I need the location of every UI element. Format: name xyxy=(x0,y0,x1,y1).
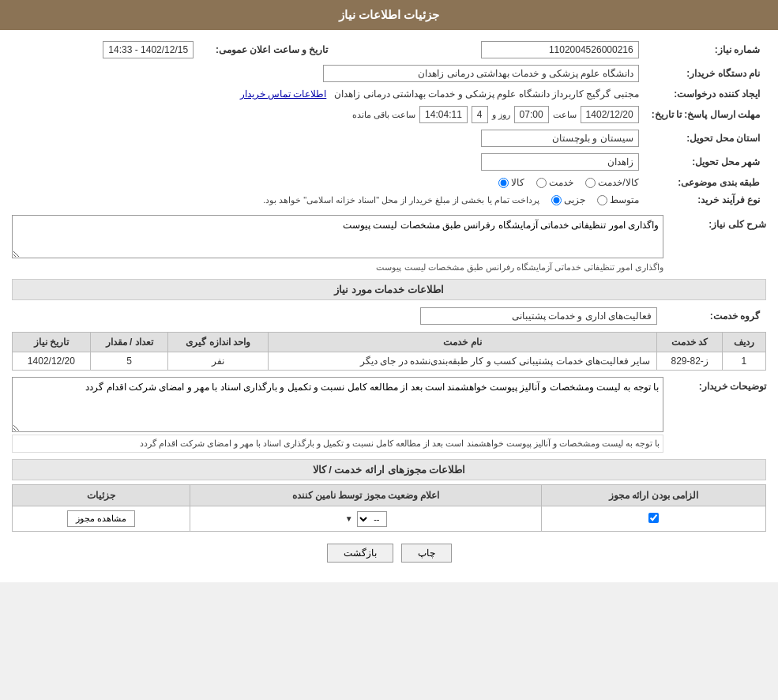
print-button[interactable]: چاپ xyxy=(401,544,452,563)
purchase-type-value: متوسط جزیی پرداخت تمام یا بخشی از مبلغ خ… xyxy=(12,191,645,209)
creator-link[interactable]: اطلاعات تماس خریدار xyxy=(240,88,327,100)
creator-label: ایجاد کننده درخواست: xyxy=(645,85,766,103)
deadline-row: مهلت ارسال پاسخ: تا تاریخ: 1402/12/20 سا… xyxy=(12,103,766,126)
category-kala: کالا xyxy=(498,177,524,188)
creator-row: ایجاد کننده درخواست: مجتبی گرگیج کاربردا… xyxy=(12,85,766,103)
city-value: زاهدان xyxy=(12,150,645,174)
permissions-row: -- ▼ مشاهده مجوز xyxy=(13,506,766,532)
category-kala-radio[interactable] xyxy=(498,178,509,188)
perm-col2: اعلام وضعیت مجوز توسط نامین کننده xyxy=(190,485,542,506)
deadline-days-box: 4 xyxy=(472,106,488,123)
service-date: 1402/12/20 xyxy=(13,352,91,371)
need-number-label: شماره نیاز: xyxy=(645,38,766,62)
general-desc-content: <span data-bind="values.general_desc_tex… xyxy=(12,215,663,273)
col-code: کد خدمت xyxy=(657,333,723,352)
services-header-row: ردیف کد خدمت نام خدمت واحد اندازه گیری ت… xyxy=(13,333,766,352)
page-header: جزئیات اطلاعات نیاز xyxy=(0,0,778,30)
mottavaset-label: متوسط xyxy=(610,194,639,205)
deadline-remaining-box: 14:04:11 xyxy=(419,106,468,123)
service-group-box: فعالیت‌های اداری و خدمات پشتیبانی xyxy=(420,307,657,325)
quantity: 5 xyxy=(90,352,168,371)
permit-status-select[interactable]: -- xyxy=(357,511,387,527)
general-desc-textarea[interactable]: <span data-bind="values.general_desc_tex… xyxy=(12,215,663,258)
mandatory-checkbox[interactable] xyxy=(648,513,659,523)
category-kala-khadamat-radio[interactable] xyxy=(585,178,596,188)
page-container: جزئیات اطلاعات نیاز شماره نیاز: 11020045… xyxy=(0,0,778,582)
info-table: شماره نیاز: 1102004526000216 تاریخ و ساع… xyxy=(12,38,766,209)
permissions-table-body: -- ▼ مشاهده مجوز xyxy=(13,506,766,532)
buyer-org-value: دانشگاه علوم پزشکی و خدمات بهداشتی درمان… xyxy=(12,62,645,85)
purchase-type-row: نوع فرآیند خرید: متوسط جزیی پرداخت تمام … xyxy=(12,191,766,209)
service-group-value: فعالیت‌های اداری و خدمات پشتیبانی xyxy=(12,304,663,328)
purchase-jozi: جزیی xyxy=(551,194,585,205)
buyer-org-row: نام دستگاه خریدار: دانشگاه علوم پزشکی و … xyxy=(12,62,766,85)
main-content: شماره نیاز: 1102004526000216 تاریخ و ساع… xyxy=(0,30,778,582)
footer-buttons: چاپ بازگشت xyxy=(12,532,766,574)
col-name: نام خدمت xyxy=(268,333,657,352)
service-name: سایر فعالیت‌های خدمات پشتیبانی کسب و کار… xyxy=(268,352,657,371)
general-desc-text-display: واگذاری امور تنظیفاتی خدماتی آزمایشگاه ر… xyxy=(12,261,663,273)
province-box: سیستان و بلوچستان xyxy=(481,130,639,147)
purchase-type-label: نوع فرآیند خرید: xyxy=(645,191,766,209)
creator-value: مجتبی گرگیج کاربرداز دانشگاه علوم پزشکی … xyxy=(12,85,645,103)
city-label: شهر محل تحویل: xyxy=(645,150,766,174)
back-button[interactable]: بازگشت xyxy=(327,544,393,563)
buyer-notes-display: با توجه به لیست ومشخصات و آنالیز پیوست خ… xyxy=(12,435,663,453)
perm-col1: الزامی بودن ارائه مجوز xyxy=(542,485,766,506)
purchase-jozi-radio[interactable] xyxy=(551,195,562,205)
unit: نفر xyxy=(168,352,268,371)
services-table-head: ردیف کد خدمت نام خدمت واحد اندازه گیری ت… xyxy=(13,333,766,352)
deadline-value: 1402/12/20 ساعت 07:00 روز و 4 14:04:11 س… xyxy=(12,103,645,126)
remaining-label: ساعت باقی مانده xyxy=(352,110,415,120)
days-label: روز و xyxy=(492,110,510,120)
purchase-mottavaset: متوسط xyxy=(597,194,639,205)
khadamat-label: خدمت xyxy=(549,177,573,188)
category-khadamat: خدمت xyxy=(536,177,573,188)
perm-col3: جزئیات xyxy=(13,485,190,506)
creator-name: مجتبی گرگیج کاربرداز دانشگاه علوم پزشکی … xyxy=(334,88,638,100)
service-code: ز-82-829 xyxy=(657,352,723,371)
province-row: استان محل تحویل: سیستان و بلوچستان xyxy=(12,126,766,150)
buyer-org-label: نام دستگاه خریدار: xyxy=(645,62,766,85)
services-table-body: 1 ز-82-829 سایر فعالیت‌های خدمات پشتیبان… xyxy=(13,352,766,371)
page-title: جزئیات اطلاعات نیاز xyxy=(339,8,439,21)
general-desc-label: شرح کلی نیاز: xyxy=(671,215,766,230)
kala-label: کالا xyxy=(511,177,524,188)
announce-date-value: 1402/12/15 - 14:33 xyxy=(12,38,200,62)
permissions-header-row: الزامی بودن ارائه مجوز اعلام وضعیت مجوز … xyxy=(13,485,766,506)
service-group-label: گروه خدمت: xyxy=(663,304,766,328)
need-number-row: شماره نیاز: 1102004526000216 تاریخ و ساع… xyxy=(12,38,766,62)
permissions-table-head: الزامی بودن ارائه مجوز اعلام وضعیت مجوز … xyxy=(13,485,766,506)
purchase-mottavaset-radio[interactable] xyxy=(597,195,607,205)
kala-khadamat-label: کالا/خدمت xyxy=(598,177,638,188)
col-unit: واحد اندازه گیری xyxy=(168,333,268,352)
deadline-label: مهلت ارسال پاسخ: تا تاریخ: xyxy=(645,103,766,126)
time-label: ساعت xyxy=(553,110,577,120)
buyer-notes-textarea[interactable] xyxy=(12,377,663,432)
announce-date-box: 1402/12/15 - 14:33 xyxy=(103,41,194,58)
province-label: استان محل تحویل: xyxy=(645,126,766,150)
need-number-value: 1102004526000216 xyxy=(334,38,645,62)
buyer-notes-content: با توجه به لیست ومشخصات و آنالیز پیوست خ… xyxy=(12,377,663,453)
purchase-type-note: پرداخت تمام یا بخشی از مبلغ خریدار از مح… xyxy=(263,195,539,205)
view-permit-button[interactable]: مشاهده مجوز xyxy=(67,510,135,527)
row-number: 1 xyxy=(722,352,765,371)
perm-mandatory xyxy=(542,506,766,532)
services-table: ردیف کد خدمت نام خدمت واحد اندازه گیری ت… xyxy=(12,332,766,371)
table-row: 1 ز-82-829 سایر فعالیت‌های خدمات پشتیبان… xyxy=(13,352,766,371)
permissions-table: الزامی بودن ارائه مجوز اعلام وضعیت مجوز … xyxy=(12,484,766,532)
col-quantity: تعداد / مقدار xyxy=(90,333,168,352)
col-date: تاریخ نیاز xyxy=(13,333,91,352)
chevron-down-icon: ▼ xyxy=(345,514,353,523)
buyer-org-box: دانشگاه علوم پزشکی و خدمات بهداشتی درمان… xyxy=(323,65,639,82)
permissions-section-title: اطلاعات مجوزهای ارائه خدمت / کالا xyxy=(12,459,766,480)
deadline-time-box: 07:00 xyxy=(514,106,549,123)
jozi-label: جزیی xyxy=(564,194,585,205)
city-box: زاهدان xyxy=(481,153,639,171)
col-radif: ردیف xyxy=(722,333,765,352)
category-khadamat-radio[interactable] xyxy=(536,178,547,188)
buyer-notes-section: توضیحات خریدار: با توجه به لیست ومشخصات … xyxy=(12,377,766,453)
perm-status: -- ▼ xyxy=(190,506,542,532)
deadline-date-box: 1402/12/20 xyxy=(581,106,639,123)
perm-details: مشاهده مجوز xyxy=(13,506,190,532)
